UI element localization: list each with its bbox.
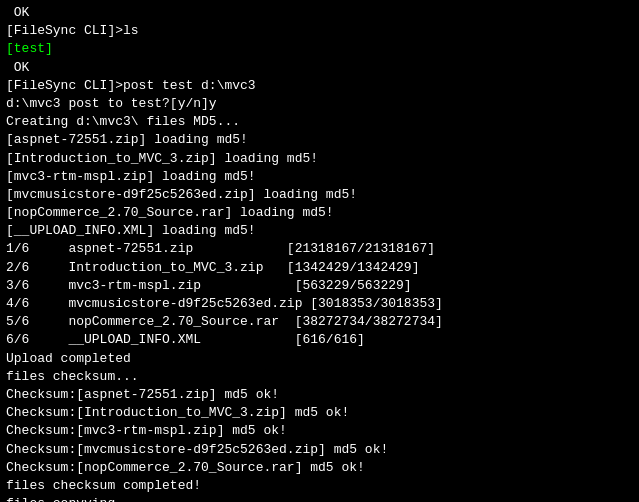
- terminal-line-20: files checksum...: [6, 368, 633, 386]
- terminal-line-7: [aspnet-72551.zip] loading md5!: [6, 131, 633, 149]
- terminal-line-24: Checksum:[mvcmusicstore-d9f25c5263ed.zip…: [6, 441, 633, 459]
- terminal-line-14: 2/6 Introduction_to_MVC_3.zip [1342429/1…: [6, 259, 633, 277]
- terminal-line-15: 3/6 mvc3-rtm-mspl.zip [563229/563229]: [6, 277, 633, 295]
- terminal-line-4: [FileSync CLI]>post test d:\mvc3: [6, 77, 633, 95]
- terminal-line-17: 5/6 nopCommerce_2.70_Source.rar [3827273…: [6, 313, 633, 331]
- terminal-line-25: Checksum:[nopCommerce_2.70_Source.rar] m…: [6, 459, 633, 477]
- terminal-line-18: 6/6 __UPLOAD_INFO.XML [616/616]: [6, 331, 633, 349]
- terminal-line-22: Checksum:[Introduction_to_MVC_3.zip] md5…: [6, 404, 633, 422]
- terminal-line-23: Checksum:[mvc3-rtm-mspl.zip] md5 ok!: [6, 422, 633, 440]
- terminal-line-8: [Introduction_to_MVC_3.zip] loading md5!: [6, 150, 633, 168]
- terminal-line-19: Upload completed: [6, 350, 633, 368]
- terminal-line-6: Creating d:\mvc3\ files MD5...: [6, 113, 633, 131]
- terminal-line-21: Checksum:[aspnet-72551.zip] md5 ok!: [6, 386, 633, 404]
- terminal-line-16: 4/6 mvcmusicstore-d9f25c5263ed.zip [3018…: [6, 295, 633, 313]
- terminal-line-1: [FileSync CLI]>ls: [6, 22, 633, 40]
- terminal-line-0: OK: [6, 4, 633, 22]
- terminal-line-13: 1/6 aspnet-72551.zip [21318167/21318167]: [6, 240, 633, 258]
- terminal-line-2: [test]: [6, 40, 633, 58]
- terminal-line-5: d:\mvc3 post to test?[y/n]y: [6, 95, 633, 113]
- terminal-window: OK[FileSync CLI]>ls[test] OK[FileSync CL…: [0, 0, 639, 502]
- terminal-output: OK[FileSync CLI]>ls[test] OK[FileSync CL…: [6, 4, 633, 502]
- terminal-line-26: files checksum completed!: [6, 477, 633, 495]
- terminal-line-12: [__UPLOAD_INFO.XML] loading md5!: [6, 222, 633, 240]
- terminal-line-3: OK: [6, 59, 633, 77]
- terminal-line-27: files copyying...: [6, 495, 633, 502]
- terminal-line-11: [nopCommerce_2.70_Source.rar] loading md…: [6, 204, 633, 222]
- terminal-line-10: [mvcmusicstore-d9f25c5263ed.zip] loading…: [6, 186, 633, 204]
- terminal-line-9: [mvc3-rtm-mspl.zip] loading md5!: [6, 168, 633, 186]
